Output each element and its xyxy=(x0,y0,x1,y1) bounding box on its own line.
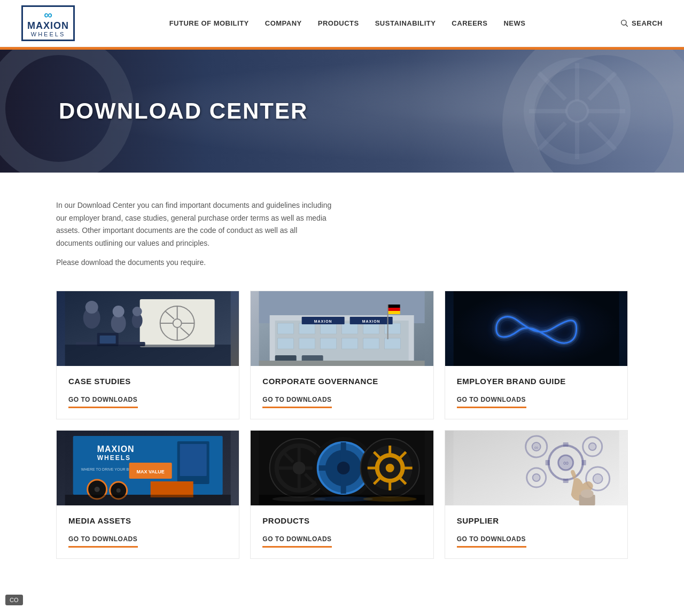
logo[interactable]: ∞ MAXION WHEELS xyxy=(21,5,75,41)
hero-section: DOWNLOAD CENTER xyxy=(0,50,684,173)
card-link-underline-case-studies xyxy=(68,407,138,408)
card-link-underline-employer xyxy=(457,407,526,408)
logo-infinity: ∞ xyxy=(44,9,52,21)
card-body-supplier: SUPPLIER GO TO DOWNLOADS xyxy=(445,505,627,558)
svg-rect-116 xyxy=(581,460,586,465)
card-case-studies: CASE STUDIES GO TO DOWNLOADS xyxy=(56,291,239,419)
nav-future-of-mobility[interactable]: FUTURE OF MOBILITY xyxy=(169,19,249,27)
svg-line-11 xyxy=(539,123,565,150)
svg-rect-74 xyxy=(65,495,231,505)
card-link-text-products: GO TO DOWNLOADS xyxy=(262,535,332,543)
svg-rect-55 xyxy=(388,311,400,314)
nav-sustainability[interactable]: SUSTAINABILITY xyxy=(375,19,436,27)
card-body-corporate: CORPORATE GOVERNANCE GO TO DOWNLOADS xyxy=(251,366,433,419)
card-link-products[interactable]: GO TO DOWNLOADS xyxy=(262,535,332,548)
svg-line-9 xyxy=(589,123,616,150)
svg-rect-53 xyxy=(388,305,400,308)
svg-rect-52 xyxy=(387,305,388,339)
download-cards-grid: CASE STUDIES GO TO DOWNLOADS xyxy=(56,291,628,559)
svg-rect-40 xyxy=(363,323,379,334)
nav-products[interactable]: PRODUCTS xyxy=(318,19,359,27)
nav-company[interactable]: COMPANY xyxy=(265,19,302,27)
card-link-employer[interactable]: GO TO DOWNLOADS xyxy=(457,396,526,408)
card-link-corporate[interactable]: GO TO DOWNLOADS xyxy=(262,396,332,408)
svg-point-3 xyxy=(566,100,588,122)
svg-point-78 xyxy=(293,462,306,474)
svg-rect-43 xyxy=(299,338,315,349)
svg-text:MAX VALUE: MAX VALUE xyxy=(136,469,164,474)
svg-rect-47 xyxy=(385,338,401,349)
card-supplier: ∞ ∞ xyxy=(445,430,628,559)
main-nav: FUTURE OF MOBILITY COMPANY PRODUCTS SUST… xyxy=(169,19,526,27)
card-title-products: PRODUCTS xyxy=(262,516,421,525)
svg-rect-45 xyxy=(342,338,358,349)
svg-rect-39 xyxy=(342,323,358,334)
site-header: ∞ MAXION WHEELS FUTURE OF MOBILITY COMPA… xyxy=(0,0,684,47)
card-image-products xyxy=(251,431,433,505)
svg-rect-115 xyxy=(545,460,549,465)
svg-text:∞: ∞ xyxy=(563,458,568,467)
svg-point-97 xyxy=(386,464,394,472)
page-title: DOWNLOAD CENTER xyxy=(0,98,308,124)
card-title-case-studies: CASE STUDIES xyxy=(68,377,227,386)
card-body-employer: EMPLOYER BRAND GUIDE GO TO DOWNLOADS xyxy=(445,366,627,419)
search-label: SEARCH xyxy=(632,19,663,27)
svg-point-73 xyxy=(116,488,121,493)
svg-text:MAXION: MAXION xyxy=(314,319,332,323)
card-title-media: MEDIA ASSETS xyxy=(68,516,227,525)
svg-rect-46 xyxy=(363,338,379,349)
svg-rect-114 xyxy=(563,479,568,483)
svg-rect-37 xyxy=(299,323,315,334)
search-button[interactable]: SEARCH xyxy=(620,19,663,27)
card-link-case-studies[interactable]: GO TO DOWNLOADS xyxy=(68,396,138,408)
card-image-media-assets: MAXION WHEELS WHERE TO DRIVE YOUR BUSINE… xyxy=(57,431,239,505)
svg-rect-30 xyxy=(100,336,116,344)
card-title-corporate: CORPORATE GOVERNANCE xyxy=(262,377,421,386)
svg-point-124 xyxy=(593,474,602,484)
svg-point-27 xyxy=(133,307,142,316)
card-link-text-media: GO TO DOWNLOADS xyxy=(68,535,138,543)
svg-point-71 xyxy=(95,487,100,492)
card-link-text-employer: GO TO DOWNLOADS xyxy=(457,396,526,403)
svg-rect-44 xyxy=(321,338,337,349)
svg-text:MAXION: MAXION xyxy=(362,319,380,323)
search-icon xyxy=(620,19,628,27)
svg-rect-58 xyxy=(259,361,425,366)
svg-rect-36 xyxy=(278,323,294,334)
card-image-case-studies xyxy=(57,291,239,366)
svg-line-8 xyxy=(539,73,565,99)
card-body-products: PRODUCTS GO TO DOWNLOADS xyxy=(251,505,433,558)
svg-rect-113 xyxy=(563,442,568,447)
svg-text:WHEELS: WHEELS xyxy=(97,454,131,462)
svg-rect-54 xyxy=(388,308,400,311)
card-image-corporate-governance: MAXION MAXION xyxy=(251,291,433,366)
card-title-employer: EMPLOYER BRAND GUIDE xyxy=(457,377,616,386)
intro-paragraph-1: In our Download Center you can find impo… xyxy=(56,199,334,250)
card-image-supplier: ∞ ∞ xyxy=(445,431,627,505)
card-link-supplier[interactable]: GO TO DOWNLOADS xyxy=(457,535,526,548)
svg-line-10 xyxy=(589,73,616,99)
svg-rect-66 xyxy=(180,444,207,476)
card-body-media: MEDIA ASSETS GO TO DOWNLOADS xyxy=(57,505,239,558)
card-title-supplier: SUPPLIER xyxy=(457,516,616,525)
nav-careers[interactable]: CAREERS xyxy=(452,19,487,27)
logo-maxion: MAXION xyxy=(27,21,69,32)
svg-rect-42 xyxy=(278,338,294,349)
svg-point-23 xyxy=(86,301,98,314)
svg-line-1 xyxy=(626,25,628,27)
svg-point-0 xyxy=(621,20,626,25)
svg-text:∞: ∞ xyxy=(534,445,538,450)
card-link-text-case-studies: GO TO DOWNLOADS xyxy=(68,396,138,403)
card-body-case-studies: CASE STUDIES GO TO DOWNLOADS xyxy=(57,366,239,419)
svg-rect-41 xyxy=(385,323,401,334)
card-link-media[interactable]: GO TO DOWNLOADS xyxy=(68,535,138,548)
card-image-employer-brand xyxy=(445,291,627,366)
svg-point-88 xyxy=(337,462,350,474)
nav-news[interactable]: NEWS xyxy=(503,19,525,27)
svg-point-109 xyxy=(363,496,417,502)
main-content: In our Download Center you can find impo… xyxy=(35,173,649,586)
svg-text:MAXION: MAXION xyxy=(97,445,135,454)
svg-rect-38 xyxy=(321,323,337,334)
svg-point-126 xyxy=(532,474,540,481)
svg-point-122 xyxy=(588,443,596,450)
